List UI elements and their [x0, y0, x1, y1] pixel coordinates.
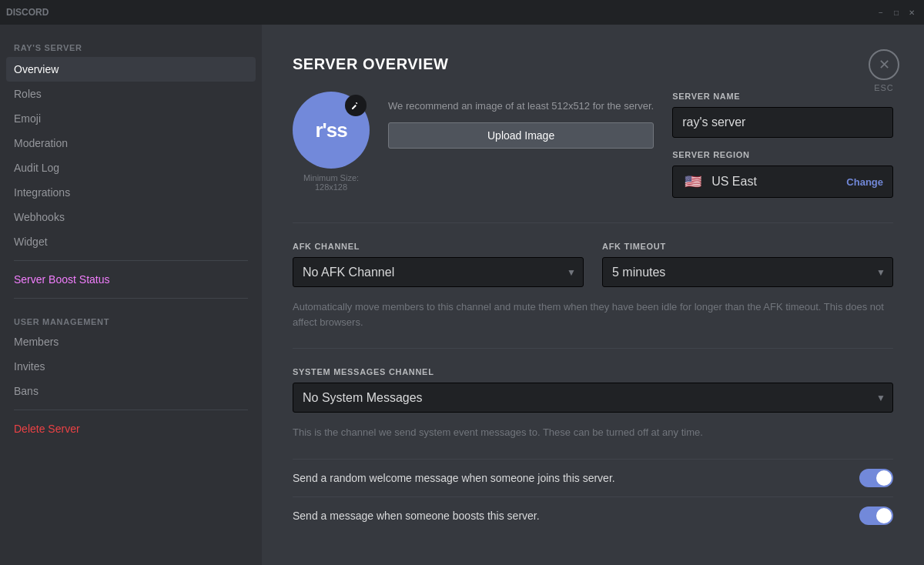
sidebar-item-moderation[interactable]: Moderation: [6, 131, 256, 155]
server-icon-initials: r'ss: [315, 119, 346, 142]
esc-icon: ✕: [869, 49, 899, 80]
upload-hint: We recommend an image of at least 512x51…: [388, 99, 654, 113]
sidebar-item-widget[interactable]: Widget: [6, 229, 256, 254]
esc-button[interactable]: ✕ ESC: [869, 49, 899, 92]
sidebar: RAY'S SERVER Overview Roles Emoji Modera…: [0, 25, 262, 565]
sidebar-item-delete-server[interactable]: Delete Server: [6, 416, 256, 441]
esc-label: ESC: [874, 83, 894, 92]
afk-channel-label: AFK CHANNEL: [293, 242, 584, 251]
close-button[interactable]: ✕: [906, 6, 918, 18]
server-region-label: SERVER REGION: [672, 150, 893, 159]
afk-channel-section: AFK CHANNEL No AFK Channel ▼: [293, 242, 584, 287]
sidebar-item-emoji[interactable]: Emoji: [6, 106, 256, 131]
app-title: DISCORD: [6, 7, 49, 18]
afk-timeout-select-wrapper: 5 minutes ▼: [602, 257, 893, 287]
sidebar-divider-1: [14, 260, 248, 261]
main-layout: RAY'S SERVER Overview Roles Emoji Modera…: [0, 25, 924, 565]
server-icon-wrapper: r'ss Minimum Size: 128x128: [293, 92, 370, 192]
toggle-welcome-label: Send a random welcome message when someo…: [293, 472, 859, 484]
server-name-label: SERVER NAME: [672, 92, 893, 101]
toggle-boost-switch[interactable]: [859, 506, 893, 525]
sidebar-item-invites[interactable]: Invites: [6, 354, 256, 379]
us-flag-icon: 🇺🇸: [682, 174, 704, 189]
sidebar-item-roles[interactable]: Roles: [6, 82, 256, 106]
sidebar-item-members[interactable]: Members: [6, 329, 256, 354]
sidebar-item-integrations[interactable]: Integrations: [6, 180, 256, 205]
sidebar-user-management-label: USER MANAGEMENT: [6, 305, 256, 329]
overview-top-section: r'ss Minimum Size: 128x128 We recommend …: [293, 92, 893, 198]
region-left: 🇺🇸 US East: [682, 174, 757, 189]
region-change-button[interactable]: Change: [846, 176, 883, 188]
sidebar-item-overview[interactable]: Overview: [6, 57, 256, 82]
sidebar-item-webhooks[interactable]: Webhooks: [6, 205, 256, 229]
server-name-section: SERVER NAME SERVER REGION 🇺🇸 US East Cha…: [672, 92, 893, 198]
afk-channel-select[interactable]: No AFK Channel: [293, 257, 584, 287]
system-messages-select-wrapper: No System Messages ▼: [293, 383, 893, 413]
region-section: SERVER REGION 🇺🇸 US East Change: [672, 150, 893, 198]
minimize-button[interactable]: −: [875, 6, 887, 18]
sidebar-divider-3: [14, 410, 248, 410]
system-messages-select[interactable]: No System Messages: [293, 383, 893, 413]
sidebar-item-audit-log[interactable]: Audit Log: [6, 155, 256, 180]
system-messages-description: This is the channel we send system event…: [293, 425, 893, 440]
window-controls: − □ ✕: [875, 6, 918, 18]
divider-2: [293, 348, 893, 349]
sidebar-item-boost-status[interactable]: Server Boost Status: [6, 267, 256, 292]
afk-timeout-section: AFK TIMEOUT 5 minutes ▼: [602, 242, 893, 287]
server-icon-min-size: Minimum Size: 128x128: [293, 173, 370, 192]
divider-1: [293, 222, 893, 223]
upload-image-button[interactable]: Upload Image: [388, 122, 654, 149]
afk-timeout-label: AFK TIMEOUT: [602, 242, 893, 251]
toggle-welcome-switch[interactable]: [859, 469, 893, 487]
afk-description: Automatically move members to this chann…: [293, 299, 893, 329]
toggle-boost-label: Send a message when someone boosts this …: [293, 510, 859, 522]
titlebar: DISCORD − □ ✕: [0, 0, 924, 25]
afk-timeout-select[interactable]: 5 minutes: [602, 257, 893, 287]
sidebar-item-bans[interactable]: Bans: [6, 379, 256, 403]
server-icon-middle: We recommend an image of at least 512x51…: [388, 92, 654, 149]
server-icon-edit-button[interactable]: [345, 95, 367, 116]
restore-button[interactable]: □: [890, 6, 902, 18]
sidebar-divider-2: [14, 298, 248, 299]
page-title: SERVER OVERVIEW: [293, 55, 893, 73]
toggle-welcome-row: Send a random welcome message when someo…: [293, 459, 893, 496]
afk-channel-select-wrapper: No AFK Channel ▼: [293, 257, 584, 287]
afk-section: AFK CHANNEL No AFK Channel ▼ AFK TIMEOUT…: [293, 242, 893, 287]
region-display: 🇺🇸 US East Change: [672, 165, 893, 198]
sidebar-server-name: RAY'S SERVER: [6, 37, 256, 57]
system-messages-label: SYSTEM MESSAGES CHANNEL: [293, 367, 893, 376]
content-area: ✕ ESC SERVER OVERVIEW r'ss Minimum Size:…: [262, 25, 924, 565]
server-name-input[interactable]: [672, 107, 893, 138]
toggle-boost-row: Send a message when someone boosts this …: [293, 496, 893, 534]
region-name: US East: [711, 175, 757, 189]
